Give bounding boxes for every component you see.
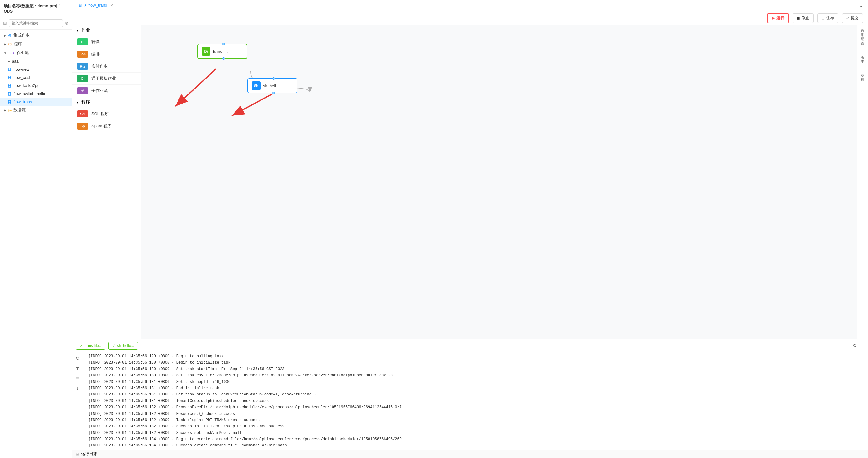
expand-arrow: ▶ <box>7 60 10 63</box>
flow-icon: ▦ <box>7 91 11 96</box>
sidebar-tree: ▶ ⊕ 集成作业 ▶ ⚙ 程序 ▼ ⟿ 作业流 ▶ aaa ▦ flow-new… <box>0 30 72 458</box>
log-line-6: [INFO] 2023-09-01 14:35:56.131 +0800 - E… <box>88 385 863 391</box>
panel-section-job[interactable]: ▼ 作业 <box>72 25 141 36</box>
integration-icon: ⊕ <box>8 33 11 38</box>
panel-item-sql[interactable]: Sql SQL 程序 <box>72 108 141 120</box>
right-sidebar-draft[interactable]: 草稿 <box>858 72 867 83</box>
flow-canvas[interactable]: Di trans-f... Sh sh_hell... <box>141 25 857 339</box>
sidebar-header-text: 项目名称/数据层：demo-proj / ODS <box>4 3 60 13</box>
tab-icon: ▦ <box>78 3 82 7</box>
sidebar-item-program[interactable]: ▶ ⚙ 程序 <box>0 40 72 48</box>
log-refresh-btn[interactable]: ↻ <box>73 354 82 363</box>
log-line-9: [INFO] 2023-09-01 14:35:56.132 +0800 - P… <box>88 404 863 411</box>
panel-item-rts[interactable]: Rts 实时作业 <box>72 60 141 73</box>
badge-sp: Sp <box>77 123 88 130</box>
toolbar: ▶ 运行 ◼ 停止 ⊟ 保存 ⇗ 提交 <box>72 11 868 25</box>
badge-gi: Gi <box>77 75 88 82</box>
panel-item-sub[interactable]: 子 子作业流 <box>72 85 141 97</box>
sidebar-item-integration[interactable]: ▶ ⊕ 集成作业 <box>0 31 72 40</box>
flow-node-sh-hell[interactable]: Sh sh_hell... <box>247 78 298 93</box>
sidebar-item-label: 数据源 <box>13 107 26 113</box>
badge-di: Di <box>77 38 88 45</box>
check-icon: ✓ <box>80 344 83 348</box>
log-tabs: ✓ trans-file.. ✓ sh_hello... ↻ — <box>72 339 868 352</box>
program-icon: ⚙ <box>8 42 12 46</box>
log-delete-btn[interactable]: 🗑 <box>73 364 82 372</box>
tab-more-btn[interactable]: ⌄ <box>857 2 866 8</box>
log-task-sh-hello[interactable]: ✓ sh_hello... <box>108 341 138 350</box>
log-line-14: [INFO] 2023-09-01 14:35:56.134 +0800 - B… <box>88 436 863 443</box>
sidebar-item-flow-kafka2pg[interactable]: ▦ flow_kafka2pg <box>0 81 72 90</box>
log-task-trans-file[interactable]: ✓ trans-file.. <box>76 341 105 350</box>
left-panel: ▼ 作业 Di 转换 Job 编排 Rts 实时作业 Gi 通用模板作业 子 子… <box>72 25 141 339</box>
log-line-3: [INFO] 2023-09-01 14:35:56.130 +0800 - S… <box>88 366 863 372</box>
panel-section-program[interactable]: ▼ 程序 <box>72 97 141 108</box>
right-sidebar-general[interactable]: 通用配置 <box>858 28 867 46</box>
flow-icon: ▦ <box>7 75 11 80</box>
search-bar: ⊞ ⊕ <box>0 17 72 30</box>
sidebar-item-label: flow_kafka2pg <box>13 83 39 88</box>
sidebar-item-datasource[interactable]: ▶ ◎ 数据源 <box>0 106 72 115</box>
sidebar-item-aaa[interactable]: ▶ aaa <box>0 57 72 65</box>
sidebar-item-workflow[interactable]: ▼ ⟿ 作业流 <box>0 48 72 57</box>
panel-item-spark[interactable]: Sp Spark 程序 <box>72 120 141 132</box>
panel-item-label: 转换 <box>91 39 100 45</box>
connection-lines <box>141 25 857 339</box>
stop-button[interactable]: ◼ 停止 <box>793 13 813 23</box>
log-sort-btn[interactable]: ≡ <box>73 374 82 383</box>
close-log-icon[interactable]: — <box>859 343 864 349</box>
right-sidebar-version[interactable]: 版本 <box>858 54 867 65</box>
add-search-icon[interactable]: ⊕ <box>65 21 69 26</box>
sidebar-item-label: flow_ceshi <box>13 75 33 80</box>
log-line-11: [INFO] 2023-09-01 14:35:56.132 +0800 - T… <box>88 417 863 423</box>
badge-job: Job <box>77 51 88 58</box>
flow-icon: ▦ <box>7 83 11 88</box>
sidebar-item-label: 集成作业 <box>13 33 30 38</box>
stop-label: 停止 <box>801 15 809 21</box>
sidebar: 项目名称/数据层：demo-proj / ODS ⊞ ⊕ ▶ ⊕ 集成作业 ▶ … <box>0 0 72 458</box>
red-arrow-1 <box>160 63 235 119</box>
sidebar-item-flow-switch-hello[interactable]: ▦ flow_switch_hello <box>0 90 72 98</box>
tab-flow-trans[interactable]: ▦ ★ flow_trans ✕ <box>74 0 117 11</box>
refresh-icon[interactable]: ↻ <box>852 342 857 349</box>
submit-icon: ⇗ <box>846 15 849 20</box>
log-line-12: [INFO] 2023-09-01 14:35:56.132 +0800 - S… <box>88 423 863 429</box>
sidebar-item-label: aaa <box>12 59 19 64</box>
submit-button[interactable]: ⇗ 提交 <box>842 13 863 23</box>
panel-item-di[interactable]: Di 转换 <box>72 36 141 48</box>
node-dot-top <box>272 77 275 80</box>
save-label: 保存 <box>826 15 834 21</box>
task-label: trans-file.. <box>85 344 101 348</box>
log-line-2: [INFO] 2023-09-01 14:35:56.130 +0800 - B… <box>88 359 863 366</box>
node-label-trans-f: trans-f... <box>213 49 228 54</box>
node-dot-bottom <box>222 57 225 60</box>
red-arrow-2 <box>204 88 291 125</box>
stop-icon: ◼ <box>797 15 800 20</box>
collapse-arrow: ▼ <box>76 101 79 104</box>
log-content: [INFO] 2023-09-01 14:35:56.129 +0800 - B… <box>83 352 868 450</box>
tab-label: ★ flow_trans <box>84 3 107 7</box>
log-line-1: [INFO] 2023-09-01 14:35:56.129 +0800 - B… <box>88 353 863 359</box>
flow-node-trans-f[interactable]: Di trans-f... <box>197 44 247 59</box>
save-button[interactable]: ⊟ 保存 <box>817 13 838 23</box>
section-label: 作业 <box>82 28 90 33</box>
panel-item-job[interactable]: Job 编排 <box>72 48 141 60</box>
log-tab-icon: ⊟ <box>76 452 79 456</box>
tab-close-btn[interactable]: ✕ <box>110 3 113 7</box>
sidebar-item-flow-new[interactable]: ▦ flow-new <box>0 65 72 73</box>
sidebar-header: 项目名称/数据层：demo-proj / ODS <box>0 0 72 17</box>
log-download-btn[interactable]: ↓ <box>73 384 82 393</box>
svg-line-4 <box>232 94 272 116</box>
sidebar-item-flow-ceshi[interactable]: ▦ flow_ceshi <box>0 73 72 81</box>
search-input[interactable] <box>9 20 63 27</box>
run-button[interactable]: ▶ 运行 <box>768 13 789 23</box>
svg-line-2 <box>175 69 216 106</box>
task-label: sh_hello... <box>117 344 134 348</box>
log-line-13: [INFO] 2023-09-01 14:35:56.132 +0800 - S… <box>88 430 863 436</box>
log-bottom-tab: ⊟ 运行日志 <box>72 450 868 458</box>
panel-item-gi[interactable]: Gi 通用模板作业 <box>72 73 141 85</box>
sidebar-item-flow-trans[interactable]: ▦ flow_trans <box>0 98 72 106</box>
check-icon: ✓ <box>113 344 116 348</box>
node-badge-di: Di <box>202 47 210 56</box>
expand-arrow: ▶ <box>4 108 6 112</box>
